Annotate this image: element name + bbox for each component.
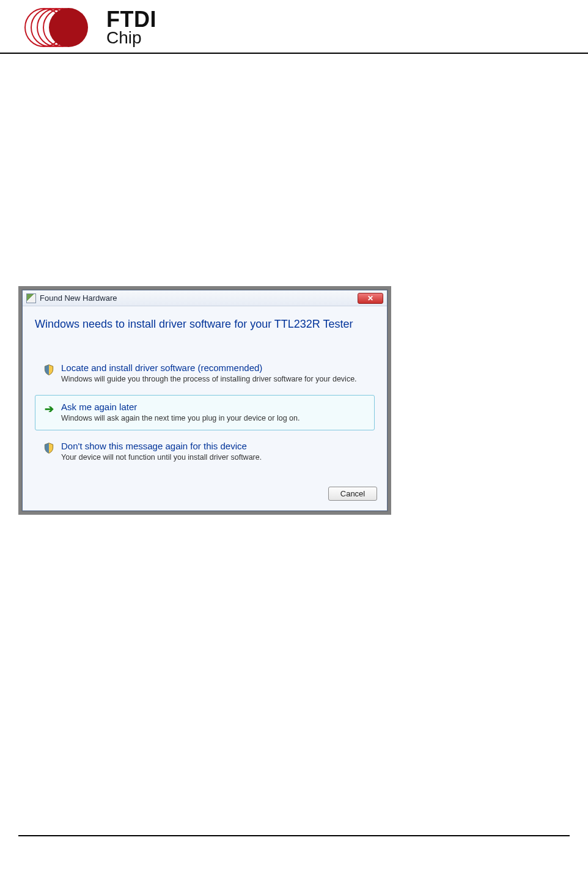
footer-divider [18, 835, 570, 836]
logo-mark [24, 6, 98, 49]
option-locate-install[interactable]: Locate and install driver software (reco… [35, 356, 375, 391]
close-icon: ✕ [367, 295, 374, 302]
found-new-hardware-dialog: Found New Hardware ✕ Windows needs to in… [22, 290, 388, 511]
shield-icon [43, 442, 55, 454]
page-header: FTDI Chip [0, 0, 588, 54]
ftdi-logo: FTDI Chip [24, 6, 564, 49]
option-title: Don't show this message again for this d… [61, 441, 262, 451]
titlebar-left: Found New Hardware [26, 293, 117, 303]
logo-text: FTDI Chip [103, 9, 156, 46]
main-instruction: Windows needs to install driver software… [35, 317, 375, 331]
dialog-body: Windows needs to install driver software… [23, 306, 387, 479]
logo-text-line1: FTDI [106, 9, 156, 31]
option-desc: Windows will ask again the next time you… [61, 413, 300, 424]
option-title: Ask me again later [61, 402, 300, 412]
dialog-titlebar: Found New Hardware ✕ [23, 290, 387, 306]
shield-icon [43, 364, 55, 376]
logo-text-line2: Chip [106, 29, 156, 46]
arrow-right-icon: ➔ [43, 403, 55, 415]
dialog-button-row: Cancel [23, 479, 387, 510]
option-dont-show[interactable]: Don't show this message again for this d… [35, 434, 375, 470]
screenshot-frame: Found New Hardware ✕ Windows needs to in… [18, 286, 391, 515]
cancel-button[interactable]: Cancel [328, 487, 377, 501]
option-ask-later[interactable]: ➔ Ask me again later Windows will ask ag… [35, 395, 375, 430]
option-desc: Your device will not function until you … [61, 452, 262, 463]
close-button[interactable]: ✕ [358, 293, 383, 304]
hardware-icon [26, 293, 36, 303]
dialog-title: Found New Hardware [40, 293, 117, 303]
option-title: Locate and install driver software (reco… [61, 363, 357, 373]
option-desc: Windows will guide you through the proce… [61, 374, 357, 385]
